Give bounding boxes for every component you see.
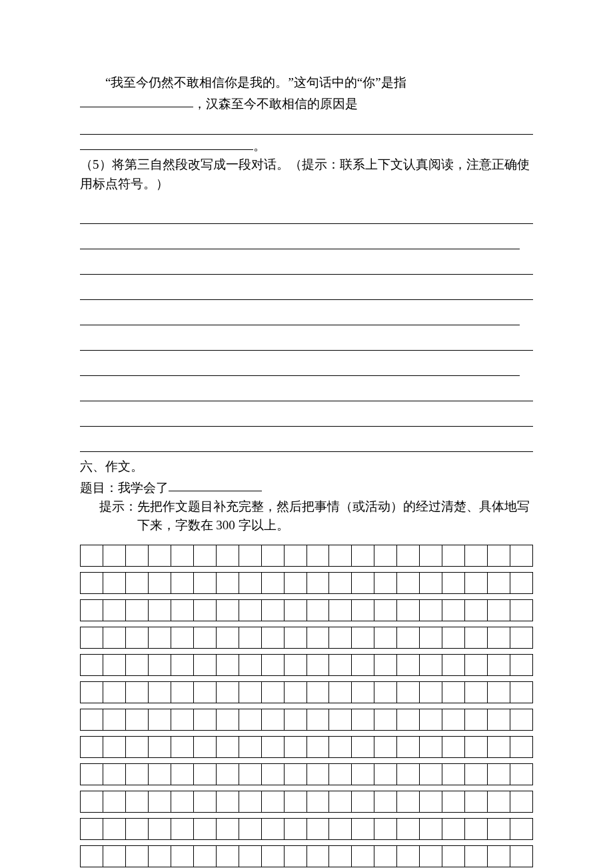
grid-cell[interactable] bbox=[465, 545, 488, 566]
grid-cell[interactable] bbox=[103, 737, 126, 757]
grid-cell[interactable] bbox=[510, 600, 533, 621]
grid-cell[interactable] bbox=[194, 764, 217, 785]
grid-cell[interactable] bbox=[149, 737, 171, 757]
grid-cell[interactable] bbox=[329, 682, 352, 703]
grid-cell[interactable] bbox=[149, 819, 171, 839]
grid-cell[interactable] bbox=[285, 545, 307, 566]
grid-cell[interactable] bbox=[171, 600, 194, 621]
grid-cell[interactable] bbox=[488, 846, 510, 867]
grid-cell[interactable] bbox=[510, 573, 533, 593]
grid-cell[interactable] bbox=[194, 846, 217, 867]
grid-cell[interactable] bbox=[262, 600, 285, 621]
grid-cell[interactable] bbox=[239, 791, 262, 812]
grid-cell[interactable] bbox=[171, 655, 194, 675]
grid-cell[interactable] bbox=[397, 791, 420, 812]
grid-cell[interactable] bbox=[103, 846, 126, 867]
grid-cell[interactable] bbox=[442, 682, 465, 703]
grid-cell[interactable] bbox=[397, 764, 420, 785]
grid-cell[interactable] bbox=[329, 600, 352, 621]
grid-cell[interactable] bbox=[352, 600, 374, 621]
grid-cell[interactable] bbox=[239, 737, 262, 757]
grid-cell[interactable] bbox=[397, 627, 420, 648]
grid-cell[interactable] bbox=[262, 655, 285, 675]
grid-cell[interactable] bbox=[149, 545, 171, 566]
grid-cell[interactable] bbox=[103, 709, 126, 730]
grid-cell[interactable] bbox=[374, 682, 397, 703]
grid-cell[interactable] bbox=[510, 846, 533, 867]
grid-cell[interactable] bbox=[442, 709, 465, 730]
grid-cell[interactable] bbox=[397, 737, 420, 757]
grid-cell[interactable] bbox=[307, 573, 330, 593]
grid-cell[interactable] bbox=[307, 819, 330, 839]
grid-cell[interactable] bbox=[194, 655, 217, 675]
grid-cell[interactable] bbox=[374, 846, 397, 867]
answer-line[interactable] bbox=[80, 207, 533, 224]
grid-cell[interactable] bbox=[149, 764, 171, 785]
grid-cell[interactable] bbox=[262, 737, 285, 757]
grid-cell[interactable] bbox=[374, 573, 397, 593]
grid-cell[interactable] bbox=[285, 627, 307, 648]
grid-cell[interactable] bbox=[442, 573, 465, 593]
grid-cell[interactable] bbox=[352, 573, 374, 593]
grid-cell[interactable] bbox=[465, 819, 488, 839]
grid-cell[interactable] bbox=[217, 846, 239, 867]
grid-cell[interactable] bbox=[352, 846, 374, 867]
grid-cell[interactable] bbox=[307, 709, 330, 730]
grid-cell[interactable] bbox=[510, 764, 533, 785]
grid-cell[interactable] bbox=[307, 682, 330, 703]
grid-cell[interactable] bbox=[510, 791, 533, 812]
grid-cell[interactable] bbox=[149, 600, 171, 621]
grid-cell[interactable] bbox=[374, 655, 397, 675]
grid-cell[interactable] bbox=[397, 819, 420, 839]
grid-cell[interactable] bbox=[420, 791, 442, 812]
grid-cell[interactable] bbox=[81, 682, 103, 703]
grid-cell[interactable] bbox=[442, 627, 465, 648]
grid-cell[interactable] bbox=[442, 655, 465, 675]
grid-cell[interactable] bbox=[397, 709, 420, 730]
grid-cell[interactable] bbox=[194, 819, 217, 839]
grid-cell[interactable] bbox=[374, 819, 397, 839]
grid-cell[interactable] bbox=[420, 819, 442, 839]
grid-cell[interactable] bbox=[81, 819, 103, 839]
grid-cell[interactable] bbox=[171, 573, 194, 593]
grid-cell[interactable] bbox=[329, 573, 352, 593]
grid-cell[interactable] bbox=[149, 655, 171, 675]
answer-line[interactable] bbox=[80, 384, 533, 401]
answer-line[interactable] bbox=[80, 308, 520, 325]
grid-cell[interactable] bbox=[285, 737, 307, 757]
grid-cell[interactable] bbox=[442, 846, 465, 867]
grid-cell[interactable] bbox=[442, 600, 465, 621]
grid-cell[interactable] bbox=[103, 573, 126, 593]
grid-cell[interactable] bbox=[420, 655, 442, 675]
grid-cell[interactable] bbox=[397, 655, 420, 675]
grid-cell[interactable] bbox=[397, 545, 420, 566]
grid-cell[interactable] bbox=[465, 764, 488, 785]
grid-cell[interactable] bbox=[194, 600, 217, 621]
grid-cell[interactable] bbox=[149, 709, 171, 730]
grid-cell[interactable] bbox=[307, 627, 330, 648]
grid-cell[interactable] bbox=[103, 791, 126, 812]
grid-cell[interactable] bbox=[352, 655, 374, 675]
grid-cell[interactable] bbox=[307, 600, 330, 621]
grid-cell[interactable] bbox=[510, 709, 533, 730]
grid-cell[interactable] bbox=[307, 764, 330, 785]
grid-cell[interactable] bbox=[217, 764, 239, 785]
grid-cell[interactable] bbox=[307, 545, 330, 566]
grid-cell[interactable] bbox=[420, 764, 442, 785]
topic-blank[interactable] bbox=[169, 477, 262, 492]
grid-cell[interactable] bbox=[126, 573, 149, 593]
grid-cell[interactable] bbox=[171, 709, 194, 730]
grid-cell[interactable] bbox=[217, 655, 239, 675]
grid-cell[interactable] bbox=[81, 600, 103, 621]
grid-cell[interactable] bbox=[126, 846, 149, 867]
grid-cell[interactable] bbox=[217, 737, 239, 757]
grid-cell[interactable] bbox=[285, 819, 307, 839]
grid-cell[interactable] bbox=[262, 846, 285, 867]
grid-cell[interactable] bbox=[307, 737, 330, 757]
grid-cell[interactable] bbox=[374, 709, 397, 730]
grid-cell[interactable] bbox=[239, 846, 262, 867]
grid-cell[interactable] bbox=[465, 791, 488, 812]
grid-cell[interactable] bbox=[307, 655, 330, 675]
grid-cell[interactable] bbox=[420, 682, 442, 703]
grid-cell[interactable] bbox=[126, 737, 149, 757]
